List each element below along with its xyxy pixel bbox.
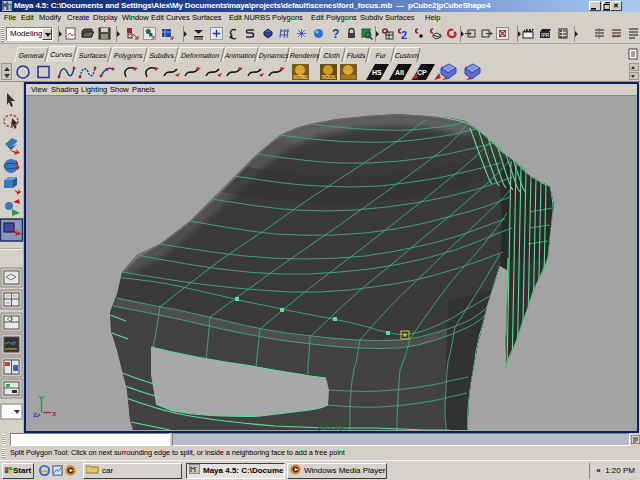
svg-text:TOOL: TOOL <box>322 74 336 80</box>
svg-text:CP: CP <box>417 69 427 76</box>
svg-text:?: ? <box>332 27 339 40</box>
svg-text:Y: Y <box>39 394 45 403</box>
svg-text:x: x <box>52 409 57 418</box>
svg-text:CTRL: CTRL <box>294 74 307 80</box>
svg-text:All: All <box>395 69 404 76</box>
svg-text:IPR: IPR <box>541 32 550 38</box>
svg-text:2: 2 <box>401 29 407 40</box>
svg-text:HS: HS <box>372 69 382 76</box>
svg-text:z: z <box>33 410 37 419</box>
